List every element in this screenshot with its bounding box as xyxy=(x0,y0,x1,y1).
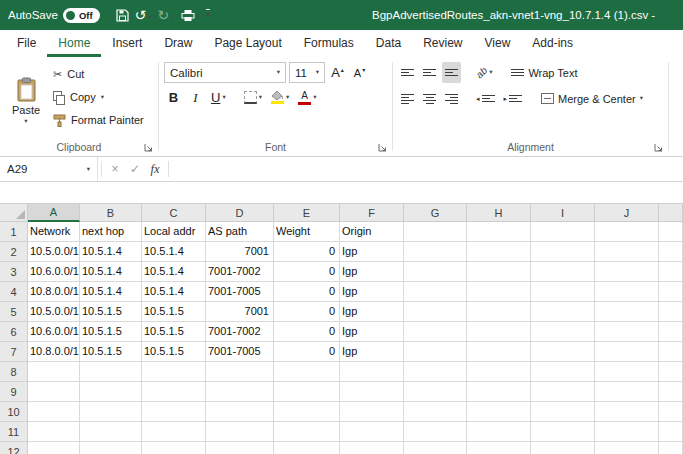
cell-D10[interactable] xyxy=(206,402,274,422)
row-header-10[interactable]: 10 xyxy=(0,402,28,422)
cell-I6[interactable] xyxy=(531,322,595,342)
row-header-2[interactable]: 2 xyxy=(0,242,28,262)
cell-J7[interactable] xyxy=(595,342,659,362)
align-top-button[interactable] xyxy=(398,62,417,83)
font-color-button[interactable]: A ▾ xyxy=(295,87,319,108)
cell-E12[interactable] xyxy=(274,442,340,454)
cell-E8[interactable] xyxy=(274,362,340,382)
name-box[interactable]: A29 ▾ xyxy=(0,157,98,181)
column-header-B[interactable]: B xyxy=(80,204,142,222)
cell-F10[interactable] xyxy=(340,402,404,422)
cell-I5[interactable] xyxy=(531,302,595,322)
cell-filler[interactable] xyxy=(659,242,683,262)
cell-D11[interactable] xyxy=(206,422,274,442)
cell-J3[interactable] xyxy=(595,262,659,282)
cell-H9[interactable] xyxy=(467,382,531,402)
tab-review[interactable]: Review xyxy=(412,30,473,57)
undo-button[interactable]: ↺ ▾ xyxy=(135,8,152,22)
cell-D3[interactable]: 7001-7002 xyxy=(206,262,274,282)
clipboard-dialog-launcher[interactable] xyxy=(144,143,153,152)
cut-button[interactable]: ✂ Cut xyxy=(53,64,144,84)
cell-B3[interactable]: 10.5.1.4 xyxy=(80,262,142,282)
row-header-6[interactable]: 6 xyxy=(0,322,28,342)
column-header-J[interactable]: J xyxy=(595,204,659,222)
decrease-indent-button[interactable]: ◂ xyxy=(473,88,498,109)
cell-A3[interactable]: 10.6.0.0/1 xyxy=(28,262,80,282)
cell-D5[interactable]: 7001 xyxy=(206,302,274,322)
cell-filler[interactable] xyxy=(659,342,683,362)
column-header-F[interactable]: F xyxy=(340,204,404,222)
cell-J8[interactable] xyxy=(595,362,659,382)
cell-F11[interactable] xyxy=(340,422,404,442)
increase-font-size-button[interactable]: A▴ xyxy=(328,62,347,83)
column-header-A[interactable]: A xyxy=(28,204,80,222)
cell-D1[interactable]: AS path xyxy=(206,222,274,242)
cell-F6[interactable]: Igp xyxy=(340,322,404,342)
tab-file[interactable]: File xyxy=(6,30,47,57)
cell-B1[interactable]: next hop xyxy=(80,222,142,242)
cell-A8[interactable] xyxy=(28,362,80,382)
row-header-3[interactable]: 3 xyxy=(0,262,28,282)
cell-D8[interactable] xyxy=(206,362,274,382)
cell-E5[interactable]: 0 xyxy=(274,302,340,322)
tab-insert[interactable]: Insert xyxy=(101,30,153,57)
align-left-button[interactable] xyxy=(398,88,417,109)
column-header-G[interactable]: G xyxy=(404,204,467,222)
cell-filler[interactable] xyxy=(659,382,683,402)
cell-C1[interactable]: Local addr xyxy=(142,222,206,242)
cell-H3[interactable] xyxy=(467,262,531,282)
bold-button[interactable]: B xyxy=(164,87,183,108)
cell-filler[interactable] xyxy=(659,262,683,282)
cell-I9[interactable] xyxy=(531,382,595,402)
column-header-C[interactable]: C xyxy=(142,204,206,222)
copy-button[interactable]: Copy ▾ xyxy=(53,87,144,107)
cell-A2[interactable]: 10.5.0.0/1 xyxy=(28,242,80,262)
row-header-5[interactable]: 5 xyxy=(0,302,28,322)
cell-B9[interactable] xyxy=(80,382,142,402)
cell-E2[interactable]: 0 xyxy=(274,242,340,262)
tab-page-layout[interactable]: Page Layout xyxy=(203,30,292,57)
enter-button[interactable]: ✓ xyxy=(125,162,145,176)
cell-G7[interactable] xyxy=(404,342,467,362)
cell-G11[interactable] xyxy=(404,422,467,442)
cell-E4[interactable]: 0 xyxy=(274,282,340,302)
alignment-dialog-launcher[interactable] xyxy=(654,143,663,152)
cell-B2[interactable]: 10.5.1.4 xyxy=(80,242,142,262)
cell-C2[interactable]: 10.5.1.4 xyxy=(142,242,206,262)
cell-J5[interactable] xyxy=(595,302,659,322)
cell-A6[interactable]: 10.6.0.0/1 xyxy=(28,322,80,342)
cell-J1[interactable] xyxy=(595,222,659,242)
cell-H8[interactable] xyxy=(467,362,531,382)
cell-B6[interactable]: 10.5.1.5 xyxy=(80,322,142,342)
cell-H1[interactable] xyxy=(467,222,531,242)
cell-C8[interactable] xyxy=(142,362,206,382)
formula-input[interactable] xyxy=(172,157,683,181)
align-middle-button[interactable] xyxy=(420,62,439,83)
cell-A9[interactable] xyxy=(28,382,80,402)
cell-J11[interactable] xyxy=(595,422,659,442)
cell-A12[interactable] xyxy=(28,442,80,454)
cell-F8[interactable] xyxy=(340,362,404,382)
cell-C9[interactable] xyxy=(142,382,206,402)
row-header-1[interactable]: 1 xyxy=(0,222,28,242)
cell-J10[interactable] xyxy=(595,402,659,422)
tab-data[interactable]: Data xyxy=(365,30,412,57)
tab-formulas[interactable]: Formulas xyxy=(293,30,365,57)
cell-H12[interactable] xyxy=(467,442,531,454)
cell-filler[interactable] xyxy=(659,422,683,442)
cell-F1[interactable]: Origin xyxy=(340,222,404,242)
cell-D7[interactable]: 7001-7005 xyxy=(206,342,274,362)
cell-I3[interactable] xyxy=(531,262,595,282)
cell-B4[interactable]: 10.5.1.4 xyxy=(80,282,142,302)
cell-D2[interactable]: 7001 xyxy=(206,242,274,262)
italic-button[interactable]: I xyxy=(186,87,205,108)
cell-F12[interactable] xyxy=(340,442,404,454)
borders-button[interactable]: ▾ xyxy=(241,87,265,108)
cell-I4[interactable] xyxy=(531,282,595,302)
row-header-9[interactable]: 9 xyxy=(0,382,28,402)
cell-A7[interactable]: 10.8.0.0/1 xyxy=(28,342,80,362)
cell-B5[interactable]: 10.5.1.5 xyxy=(80,302,142,322)
tab-add-ins[interactable]: Add-ins xyxy=(521,30,584,57)
align-right-button[interactable] xyxy=(442,88,461,109)
column-header-E[interactable]: E xyxy=(274,204,340,222)
